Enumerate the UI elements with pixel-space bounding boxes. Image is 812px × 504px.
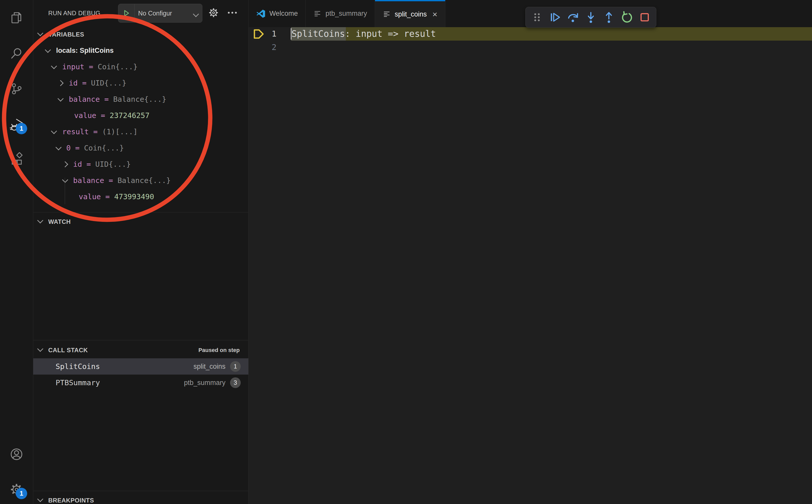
stack-frame-row[interactable]: SplitCoins split_coins 1 [33,358,248,375]
config-label: No Configur [135,10,193,17]
variable-name: input [62,62,84,71]
variable-name: value [74,111,96,120]
chevron-right-icon[interactable] [62,161,68,167]
call-stack-section-header[interactable]: CALL STACK Paused on step [33,342,248,358]
indent-guide [65,178,65,204]
section-separator [33,340,248,340]
chevron-down-icon [37,346,43,352]
debug-config-dropdown[interactable]: No Configur [118,4,202,23]
variable-value: UID{...} [95,160,131,169]
vscode-logo-icon [256,9,265,18]
variable-value: Balance{...} [118,176,171,185]
variable-row[interactable]: balance = Balance{...} [33,91,248,107]
settings-badge: 1 [16,488,27,499]
watch-section-header[interactable]: WATCH [33,214,248,230]
chevron-down-icon[interactable] [62,177,68,183]
variable-row[interactable]: id = UID{...} [33,75,248,91]
restart-button[interactable] [619,10,634,25]
line-number: 2 [248,41,276,54]
close-icon[interactable]: × [433,10,438,19]
code-token-rest: : input => result [345,29,436,39]
account-icon[interactable] [9,447,24,461]
source-control-icon[interactable] [9,82,24,96]
section-title: WATCH [48,214,71,230]
scope-row[interactable]: locals: SplitCoins [33,42,248,59]
continue-button[interactable] [548,10,563,25]
section-separator [33,491,248,491]
code-token-function: SplitCoins [291,29,345,39]
variable-row[interactable]: result = (1)[...] [33,124,248,140]
variable-name: 0 [66,144,71,152]
tab-ptb-summary[interactable]: ptb_summary [306,0,375,27]
debug-badge: 1 [16,123,27,134]
frame-name: PTBSummary [56,378,100,387]
tab-label: split_coins [395,10,427,18]
variable-value: Coin{...} [84,144,124,152]
search-icon[interactable] [9,46,24,60]
tab-label: ptb_summary [325,10,367,18]
tab-welcome[interactable]: Welcome [248,0,306,27]
chevron-down-icon [193,11,199,17]
breakpoints-section-header[interactable]: BREAKPOINTS [33,492,248,504]
chevron-down-icon[interactable] [45,47,51,53]
frame-name: SplitCoins [56,362,100,371]
frame-file: ptb_summary [184,379,225,387]
variable-name: balance [73,176,104,185]
variable-name: id [73,160,82,169]
sidebar-header: RUN AND DEBUG No Configur [33,0,248,26]
scope-label: locals: SplitCoins [56,42,114,59]
step-into-button[interactable] [583,10,599,25]
variables-section-header[interactable]: VARIABLES [33,26,248,43]
variable-name: balance [69,95,100,104]
chevron-down-icon[interactable] [57,95,63,102]
toolbar-drag-grip[interactable] [530,10,545,25]
variable-name: result [62,127,89,136]
variable-value: Balance{...} [113,95,166,104]
sidebar-title: RUN AND DEBUG [48,0,100,26]
variable-value: 473993490 [114,192,154,201]
tab-label: Welcome [269,10,298,18]
code-line-1: SplitCoins: input => result [291,27,436,41]
frame-line-badge: 3 [230,377,241,388]
tab-split-coins[interactable]: split_coins × [375,0,446,27]
debug-settings-gear-icon[interactable] [208,7,220,19]
variable-row[interactable]: value = 473993490 [33,189,248,205]
stack-frame-row[interactable]: PTBSummary ptb_summary 3 [33,375,248,391]
stop-button[interactable] [637,10,652,25]
text-cursor [291,28,291,40]
start-debug-icon[interactable] [118,4,135,22]
variable-row[interactable]: value = 237246257 [33,107,248,124]
activity-bar: 1 1 [0,0,33,504]
section-separator [33,212,248,212]
list-file-icon [382,10,391,18]
line-number: 1 [248,27,276,41]
more-actions-icon[interactable] [227,7,239,19]
chevron-down-icon [37,496,43,502]
variable-name: value [79,192,101,201]
extensions-icon[interactable] [9,152,24,166]
chevron-down-icon[interactable] [51,63,57,69]
chevron-down-icon[interactable] [55,144,61,150]
variable-row[interactable]: id = UID{...} [33,156,248,172]
frame-line-badge: 1 [230,361,241,372]
frame-file: split_coins [193,363,225,371]
variable-row[interactable]: balance = Balance{...} [33,172,248,189]
code-editor[interactable]: 1 2 SplitCoins: input => result [248,27,812,504]
variable-row[interactable]: 0 = Coin{...} [33,140,248,156]
chevron-down-icon[interactable] [51,128,57,134]
list-file-icon [313,10,321,18]
variable-value: (1)[...] [102,127,138,136]
run-debug-sidebar: RUN AND DEBUG No Configur VARIABLES [33,0,248,504]
variable-value: 237246257 [110,111,149,120]
explorer-icon[interactable] [9,11,24,25]
pause-status: Paused on step [198,342,240,358]
variable-value: UID{...} [91,79,126,87]
variable-row[interactable]: input = Coin{...} [33,59,248,75]
step-out-button[interactable] [601,10,617,25]
chevron-down-icon [37,30,43,36]
section-title: VARIABLES [48,26,84,43]
step-over-button[interactable] [565,10,581,25]
chevron-right-icon[interactable] [57,80,63,86]
variable-value: Coin{...} [98,62,138,71]
debug-toolbar [525,7,656,28]
